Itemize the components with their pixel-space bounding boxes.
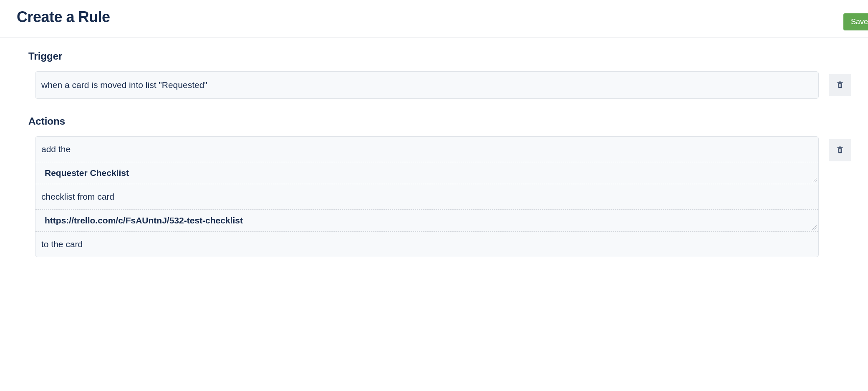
page-title: Create a Rule	[17, 8, 110, 26]
svg-line-3	[815, 228, 817, 230]
trigger-text: when a card is moved into list "Requeste…	[35, 72, 818, 98]
trigger-heading: Trigger	[28, 50, 851, 62]
resize-handle-icon[interactable]	[812, 225, 817, 230]
trash-icon	[836, 145, 844, 155]
save-button[interactable]: Save	[843, 13, 868, 30]
svg-line-0	[812, 178, 817, 182]
trash-icon	[836, 80, 844, 90]
action-checklist-name-input[interactable]: Requester Checklist	[45, 168, 812, 178]
resize-handle-icon[interactable]	[812, 177, 817, 182]
delete-trigger-button[interactable]	[829, 74, 851, 96]
svg-line-1	[815, 180, 817, 182]
action-checklist-name-row[interactable]: Requester Checklist	[35, 162, 818, 184]
delete-action-button[interactable]	[829, 139, 851, 161]
action-part2: checklist from card	[35, 184, 818, 210]
trigger-box: when a card is moved into list "Requeste…	[35, 71, 819, 99]
action-box: add the Requester Checklist checklist fr…	[35, 136, 819, 257]
svg-line-2	[812, 226, 817, 230]
actions-heading: Actions	[28, 115, 851, 127]
action-card-url-input[interactable]: https://trello.com/c/FsAUntnJ/532-test-c…	[45, 216, 812, 226]
action-part1: add the	[35, 137, 818, 162]
action-part3: to the card	[35, 232, 818, 257]
action-card-url-row[interactable]: https://trello.com/c/FsAUntnJ/532-test-c…	[35, 210, 818, 232]
